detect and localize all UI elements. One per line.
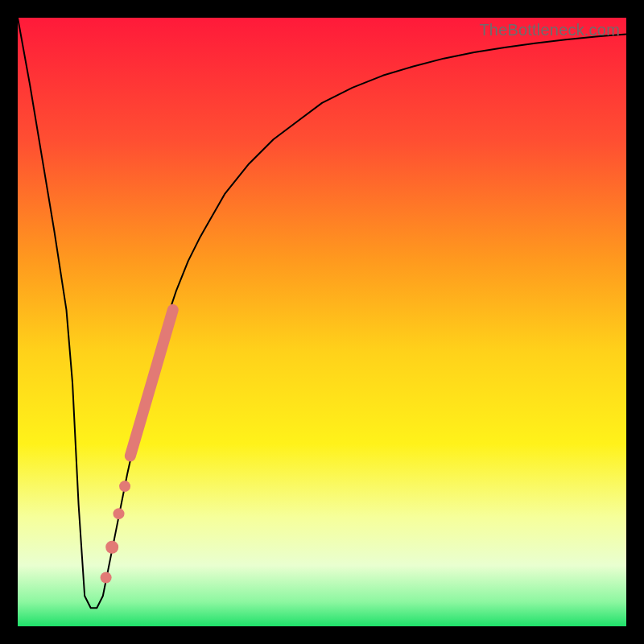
chart-frame: TheBottleneck.com	[0, 0, 644, 644]
highlight-dot-4	[101, 572, 112, 584]
chart-svg	[18, 18, 626, 626]
plot-area: TheBottleneck.com	[18, 18, 626, 626]
highlight-dot-3	[105, 541, 118, 554]
highlight-dot-1	[119, 481, 130, 492]
watermark-text: TheBottleneck.com	[479, 21, 620, 39]
chart-background	[18, 18, 626, 626]
highlight-dot-2	[114, 508, 125, 519]
